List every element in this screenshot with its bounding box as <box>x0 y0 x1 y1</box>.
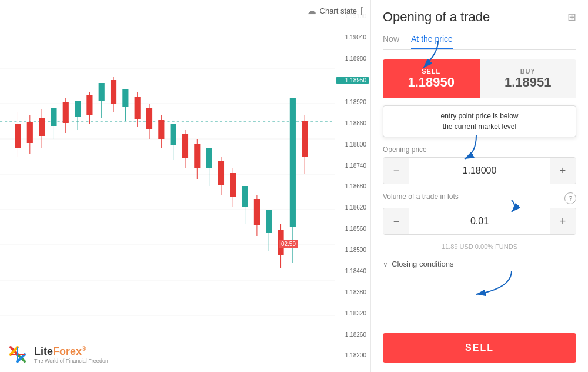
expand-icon[interactable]: ⊞ <box>567 11 576 24</box>
svg-rect-32 <box>146 108 152 129</box>
bracket-icon: [ <box>360 6 363 15</box>
price-15: 1.18260 <box>336 331 369 338</box>
tab-at-price[interactable]: At the price <box>411 34 453 49</box>
price-6: 1.18800 <box>336 141 369 148</box>
logo-forex: Forex <box>53 346 82 357</box>
sell-price: 1.18950 <box>392 75 470 90</box>
buy-price-button[interactable]: BUY 1.18951 <box>480 59 577 98</box>
volume-input-row: − + <box>383 208 576 235</box>
opening-price-input[interactable] <box>409 160 550 182</box>
svg-rect-10 <box>15 124 21 148</box>
opening-price-label: Opening price <box>383 145 576 154</box>
chart-toolbar: ☁ Chart state [ <box>300 0 370 21</box>
svg-rect-18 <box>63 102 69 123</box>
tabs: Now At the price <box>383 34 576 50</box>
svg-rect-14 <box>39 118 45 136</box>
svg-rect-30 <box>135 97 141 119</box>
svg-rect-56 <box>302 121 308 157</box>
fund-info: 11.89 USD 0.00% FUNDS <box>383 243 576 250</box>
price-5: 1.18860 <box>336 120 369 127</box>
svg-rect-12 <box>27 122 33 143</box>
price-9: 1.18620 <box>336 204 369 211</box>
closing-conditions[interactable]: ∨ Closing conditions <box>383 260 576 268</box>
buy-price: 1.18951 <box>489 75 567 90</box>
price-axis: 1.19100 1.19040 1.18980 1.18950 1.18920 … <box>335 0 370 372</box>
logo-name: LiteForex® <box>34 346 109 358</box>
price-highlighted: 1.18950 <box>336 77 369 84</box>
closing-conditions-label: Closing conditions <box>392 260 454 268</box>
logo-text: LiteForex® The World of Financial Freedo… <box>34 346 109 364</box>
chart-area: ☁ Chart state [ <box>0 0 370 372</box>
price-7: 1.18740 <box>336 162 369 169</box>
volume-plus[interactable]: + <box>550 208 576 234</box>
volume-minus[interactable]: − <box>383 208 409 234</box>
price-16: 1.18200 <box>336 352 369 358</box>
sell-price-button[interactable]: SELL 1.18950 <box>383 59 480 98</box>
chart-state-button[interactable]: ☁ Chart state [ <box>307 5 363 16</box>
logo-bar: LiteForex® The World of Financial Freedo… <box>6 343 109 366</box>
volume-label: Volume of a trade in lots <box>383 192 459 201</box>
price-13: 1.18380 <box>336 289 369 295</box>
svg-rect-52 <box>266 210 272 233</box>
svg-rect-22 <box>86 95 92 115</box>
tooltip-line2: the current market level <box>390 121 569 132</box>
svg-rect-36 <box>171 124 176 145</box>
tooltip-line1: entry point price is below <box>390 111 569 121</box>
svg-rect-26 <box>111 80 116 104</box>
chart-svg <box>0 21 335 372</box>
svg-rect-38 <box>182 134 188 158</box>
svg-rect-42 <box>206 148 212 168</box>
svg-rect-44 <box>218 161 224 185</box>
buy-label: BUY <box>489 68 567 75</box>
chart-state-label: Chart state <box>320 6 358 15</box>
volume-input[interactable] <box>409 210 550 232</box>
sell-label: SELL <box>392 68 470 75</box>
price-4: 1.18920 <box>336 99 369 105</box>
svg-rect-16 <box>51 108 56 126</box>
tab-now[interactable]: Now <box>383 34 399 49</box>
price-2: 1.19040 <box>336 34 369 41</box>
sell-action-button[interactable]: SELL <box>383 333 576 363</box>
svg-rect-28 <box>122 89 128 107</box>
opening-price-minus[interactable]: − <box>383 158 409 184</box>
price-3: 1.18980 <box>336 55 369 62</box>
svg-rect-20 <box>75 101 81 117</box>
price-8: 1.18680 <box>336 183 369 190</box>
entry-tooltip: entry point price is below the current m… <box>383 105 576 137</box>
trade-buttons: SELL 1.18950 BUY 1.18951 <box>383 59 576 98</box>
svg-rect-24 <box>99 83 105 101</box>
price-14: 1.18320 <box>336 310 369 317</box>
candle-chart: 02:59 <box>0 21 335 372</box>
right-panel: Opening of a trade ⊞ Now At the price SE… <box>370 0 588 372</box>
svg-rect-50 <box>254 199 260 225</box>
logo-icon <box>6 343 29 366</box>
svg-rect-48 <box>242 186 248 207</box>
opening-price-plus[interactable]: + <box>550 158 576 184</box>
svg-rect-40 <box>194 144 200 168</box>
panel-header: Opening of a trade ⊞ <box>383 9 576 25</box>
volume-help-icon[interactable]: ? <box>564 192 576 204</box>
panel-title: Opening of a trade <box>383 9 490 25</box>
opening-price-input-row: − + <box>383 157 576 184</box>
svg-rect-46 <box>230 173 236 197</box>
price-11: 1.18500 <box>336 247 369 253</box>
price-10: 1.18560 <box>336 225 369 232</box>
logo-lite: Lite <box>34 346 53 357</box>
volume-header: Volume of a trade in lots ? <box>383 192 576 204</box>
time-label: 02:59 <box>279 240 298 248</box>
chevron-icon: ∨ <box>383 260 388 268</box>
price-12: 1.18440 <box>336 268 369 274</box>
svg-rect-34 <box>158 120 164 139</box>
logo-tagline: The World of Financial Freedom <box>34 358 109 364</box>
svg-rect-54 <box>290 98 296 227</box>
cloud-icon: ☁ <box>307 5 316 16</box>
logo-reg: ® <box>82 346 86 352</box>
